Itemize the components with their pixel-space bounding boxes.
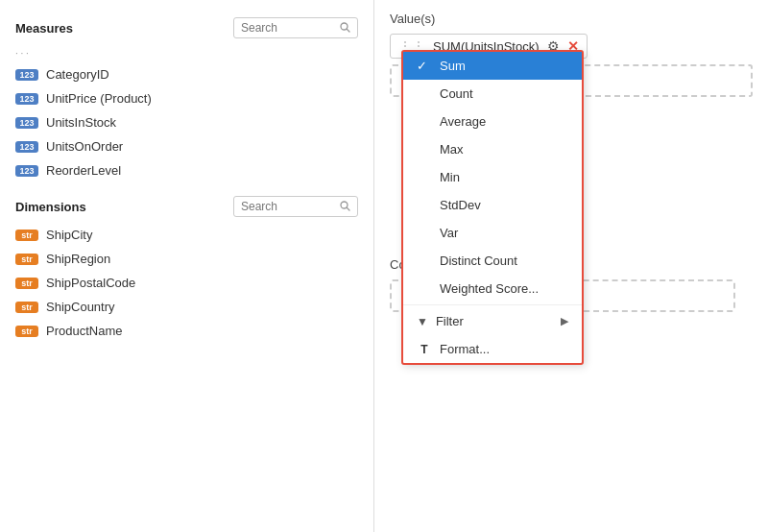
menu-item-var-label: Var <box>440 226 458 240</box>
field-item-shippostalcode[interactable]: str ShipPostalCode <box>0 271 373 295</box>
badge-num-categoryid: 123 <box>15 69 38 81</box>
field-label-reorderlevel: ReorderLevel <box>46 163 121 178</box>
field-label-shippostalcode: ShipPostalCode <box>46 276 135 290</box>
svg-point-0 <box>341 23 348 30</box>
field-label-shipregion: ShipRegion <box>46 252 110 266</box>
field-label-shipcity: ShipCity <box>46 228 92 242</box>
measures-header: Measures <box>0 12 373 44</box>
menu-item-filter[interactable]: ▼ Filter ▶ <box>403 307 582 335</box>
menu-item-min[interactable]: Min <box>403 163 582 191</box>
dimensions-list: str ShipCity str ShipRegion str ShipPost… <box>0 223 373 343</box>
menu-item-distinct-count-label: Distinct Count <box>440 254 517 268</box>
field-item-unitsinstock[interactable]: 123 UnitsInStock <box>0 110 373 134</box>
field-label-categoryid: CategoryID <box>46 67 109 82</box>
menu-item-stddev-label: StdDev <box>440 198 481 212</box>
check-icon: ✓ <box>417 59 432 73</box>
menu-item-count-label: Count <box>440 86 473 101</box>
badge-str-shipcountry: str <box>15 302 38 313</box>
left-panel: Measures · · · 123 CategoryID 123 UnitPr… <box>0 0 374 532</box>
format-icon: T <box>417 343 432 356</box>
menu-divider-1 <box>403 304 582 305</box>
svg-line-3 <box>348 207 350 210</box>
field-item-unitsonorder[interactable]: 123 UnitsOnOrder <box>0 134 373 158</box>
svg-line-1 <box>348 29 350 32</box>
menu-item-weighted-score-label: Weighted Score... <box>440 281 539 296</box>
field-label-unitprice: UnitPrice (Product) <box>46 91 152 106</box>
field-label-shipcountry: ShipCountry <box>46 300 115 314</box>
menu-item-var[interactable]: Var <box>403 219 582 247</box>
badge-num-unitsinstock: 123 <box>15 117 38 129</box>
measures-search-input[interactable] <box>241 21 340 35</box>
dimensions-search-icon <box>340 201 350 213</box>
menu-item-sum-label: Sum <box>440 59 466 73</box>
dropdown-menu: ✓ Sum Count Average Max Min StdDev Var <box>401 50 584 365</box>
field-label-unitsonorder: UnitsOnOrder <box>46 139 123 154</box>
menu-item-min-label: Min <box>440 170 460 184</box>
badge-num-reorderlevel: 123 <box>15 165 38 177</box>
menu-item-average-label: Average <box>440 114 486 129</box>
dimensions-title: Dimensions <box>15 200 86 214</box>
field-item-shipregion[interactable]: str ShipRegion <box>0 247 373 271</box>
dimensions-header: Dimensions <box>0 190 373 223</box>
filter-submenu-arrow-icon: ▶ <box>561 315 568 327</box>
right-panel: Value(s) ⋮⋮ SUM(UnitsInStock) ⚙ ✕ ✓ Sum … <box>374 0 768 532</box>
badge-num-unitprice: 123 <box>15 93 38 105</box>
menu-item-stddev[interactable]: StdDev <box>403 191 582 219</box>
values-label: Value(s) <box>390 12 753 26</box>
field-label-unitsinstock: UnitsInStock <box>46 115 116 130</box>
badge-str-productname: str <box>15 326 38 337</box>
field-item-reorderlevel[interactable]: 123 ReorderLevel <box>0 158 373 182</box>
format-label: Format... <box>440 342 490 356</box>
badge-str-shipcity: str <box>15 230 38 241</box>
field-item-shipcountry[interactable]: str ShipCountry <box>0 295 373 319</box>
menu-item-average[interactable]: Average <box>403 108 582 135</box>
menu-item-weighted-score[interactable]: Weighted Score... <box>403 275 582 302</box>
measures-list: 123 CategoryID 123 UnitPrice (Product) 1… <box>0 62 373 182</box>
badge-str-shippostalcode: str <box>15 278 38 289</box>
menu-item-max-label: Max <box>440 142 464 157</box>
measures-title: Measures <box>15 21 73 36</box>
field-item-unitprice[interactable]: 123 UnitPrice (Product) <box>0 86 373 110</box>
dimensions-search-input[interactable] <box>241 200 340 213</box>
svg-point-2 <box>341 202 348 208</box>
field-item-productname[interactable]: str ProductName <box>0 319 373 343</box>
dimensions-search-box[interactable] <box>233 196 358 217</box>
filter-icon: ▼ <box>417 315 428 328</box>
menu-item-count[interactable]: Count <box>403 80 582 108</box>
field-label-productname: ProductName <box>46 324 122 338</box>
field-item-shipcity[interactable]: str ShipCity <box>0 223 373 247</box>
filter-left: ▼ Filter <box>417 314 464 328</box>
filter-label: Filter <box>436 314 464 328</box>
badge-num-unitsonorder: 123 <box>15 141 38 153</box>
menu-item-distinct-count[interactable]: Distinct Count <box>403 247 582 275</box>
badge-str-shipregion: str <box>15 254 38 265</box>
menu-item-format[interactable]: T Format... <box>403 335 582 363</box>
field-item-categoryid[interactable]: 123 CategoryID <box>0 62 373 86</box>
menu-item-sum[interactable]: ✓ Sum <box>403 52 582 80</box>
menu-item-max[interactable]: Max <box>403 135 582 163</box>
measures-search-box[interactable] <box>233 17 358 38</box>
measures-separator: · · · <box>0 44 373 62</box>
measures-search-icon <box>340 22 350 35</box>
